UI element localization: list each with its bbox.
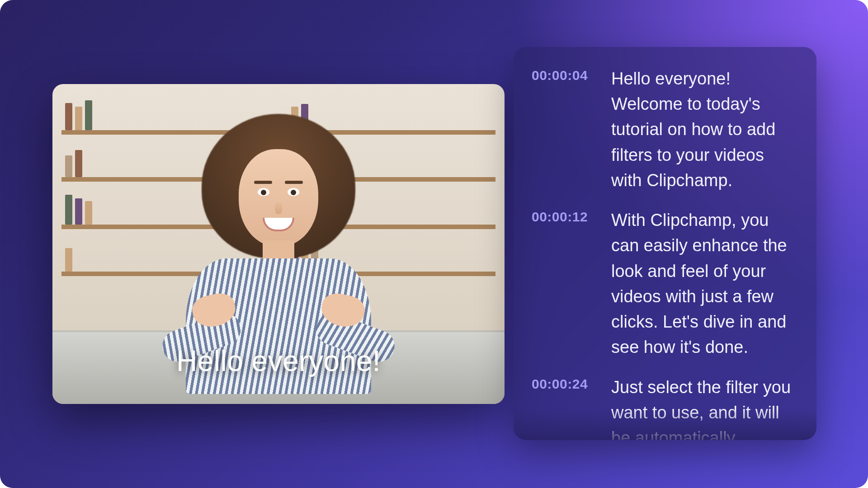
transcript-entry[interactable]: 00:00:12 With Clipchamp, you can easily … — [532, 207, 798, 360]
transcript-timestamp[interactable]: 00:00:24 — [532, 375, 601, 440]
transcript-text: Hello everyone! Welcome to today's tutor… — [611, 66, 798, 193]
transcript-text: With Clipchamp, you can easily enhance t… — [611, 207, 798, 360]
transcript-timestamp[interactable]: 00:00:04 — [532, 66, 601, 193]
video-preview[interactable]: Hello everyone! — [52, 84, 505, 404]
video-frame: Hello everyone! — [52, 84, 505, 404]
transcript-panel[interactable]: 00:00:04 Hello everyone! Welcome to toda… — [514, 47, 816, 440]
scene-person — [147, 96, 410, 385]
transcript-entry[interactable]: 00:00:04 Hello everyone! Welcome to toda… — [532, 66, 798, 193]
app-canvas: Hello everyone! 00:00:04 Hello everyone!… — [0, 0, 868, 488]
video-caption-overlay: Hello everyone! — [52, 344, 505, 378]
transcript-entry[interactable]: 00:00:24 Just select the filter you want… — [532, 375, 798, 440]
transcript-text: Just select the filter you want to use, … — [611, 375, 798, 440]
transcript-timestamp[interactable]: 00:00:12 — [532, 207, 601, 360]
